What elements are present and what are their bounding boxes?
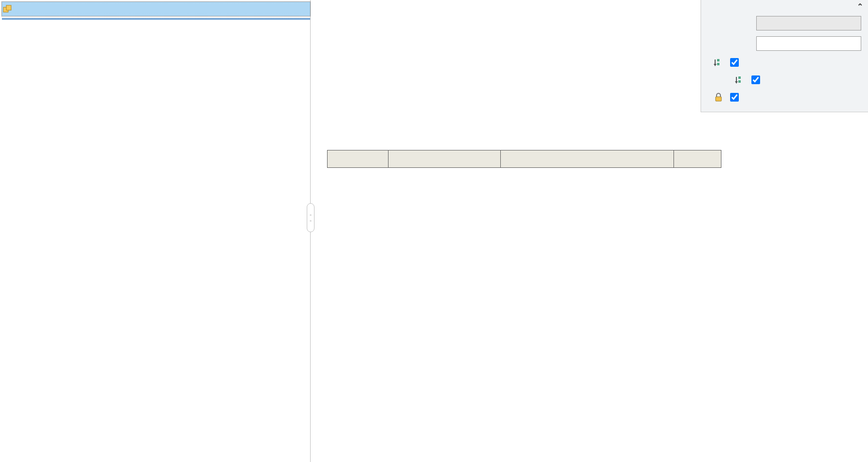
- tree-end-bar: [2, 18, 310, 20]
- panel-collapse-icon[interactable]: ⌃: [857, 2, 863, 11]
- start-at-input[interactable]: [756, 16, 861, 30]
- lock-item-numbers-checkbox[interactable]: [730, 93, 739, 102]
- item-numbers-panel: ⌃: [701, 0, 868, 112]
- bom-table[interactable]: [327, 150, 721, 168]
- follow-assembly-checkbox[interactable]: [730, 58, 739, 67]
- increment-input[interactable]: [756, 36, 861, 51]
- feature-tree-pane: [0, 0, 311, 462]
- assembly-icon: [2, 4, 13, 15]
- order-sub-icon: [734, 74, 746, 86]
- bom-header-desc: [501, 150, 674, 168]
- bom-header-row: [328, 150, 721, 168]
- feature-tree: [0, 0, 310, 20]
- lock-icon: [713, 91, 724, 103]
- tree-root[interactable]: [2, 2, 310, 16]
- order-icon: [713, 57, 724, 68]
- bom-header-item: [328, 150, 389, 168]
- splitter-handle[interactable]: ◦◦: [307, 203, 314, 232]
- graphics-area: ◦◦ ⌃: [311, 0, 868, 462]
- follow-subassembly-checkbox[interactable]: [751, 75, 760, 84]
- bom-header-part: [389, 150, 501, 168]
- bom-header-qty: [674, 150, 721, 168]
